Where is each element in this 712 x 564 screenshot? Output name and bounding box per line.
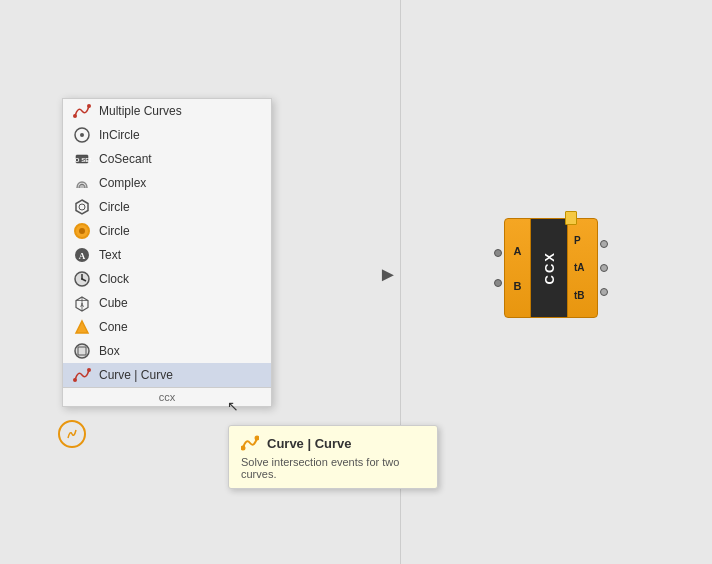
cone-icon: [73, 318, 91, 336]
node-input-panel: A B: [505, 219, 531, 317]
menu-item-curve-curve[interactable]: Curve | Curve: [63, 363, 271, 387]
svg-text:A: A: [79, 251, 86, 261]
menu-item-circle-orange[interactable]: Circle: [63, 219, 271, 243]
clock-icon: [73, 270, 91, 288]
menu-item-label: Cone: [99, 320, 128, 334]
tooltip-header: Curve | Curve: [241, 434, 425, 452]
menu-item-circle-hex[interactable]: Circle: [63, 195, 271, 219]
menu-item-label: Circle: [99, 200, 130, 214]
dropdown-menu: Multiple Curves InCircle CO SEC CoSecant: [62, 98, 272, 407]
menu-item-label: InCircle: [99, 128, 140, 142]
svg-text:A: A: [80, 302, 84, 308]
arrow-icon: ►: [378, 263, 398, 286]
cosecant-icon: CO SEC: [73, 150, 91, 168]
svg-point-21: [75, 344, 89, 358]
text-icon: A: [73, 246, 91, 264]
circle-orange-icon: [73, 222, 91, 240]
menu-item-incircle[interactable]: InCircle: [63, 123, 271, 147]
tooltip-title: Curve | Curve: [267, 436, 352, 451]
ccx-circle-icon: [65, 427, 79, 441]
svg-marker-6: [76, 200, 88, 214]
menu-item-box[interactable]: Box: [63, 339, 271, 363]
input-connector-a: [494, 249, 502, 257]
box-icon: [73, 342, 91, 360]
output-connector-p: [600, 240, 608, 248]
incircle-icon: [73, 126, 91, 144]
output-connectors: [598, 218, 610, 318]
svg-point-0: [73, 114, 77, 118]
menu-item-label: Curve | Curve: [99, 368, 173, 382]
menu-item-cosecant[interactable]: CO SEC CoSecant: [63, 147, 271, 171]
svg-point-26: [255, 436, 260, 441]
svg-point-1: [87, 104, 91, 108]
complex-icon: [73, 174, 91, 192]
menu-item-label: Cube: [99, 296, 128, 310]
menu-item-label: Clock: [99, 272, 129, 286]
svg-marker-20: [76, 321, 88, 333]
menu-item-cone[interactable]: Cone: [63, 315, 271, 339]
menu-item-multiple-curves[interactable]: Multiple Curves: [63, 99, 271, 123]
input-connector-b: [494, 279, 502, 287]
input-label-a: A: [514, 245, 522, 257]
menu-item-cube[interactable]: A Cube: [63, 291, 271, 315]
input-connectors: [492, 218, 504, 318]
menu-item-label: Box: [99, 344, 120, 358]
menu-item-clock[interactable]: Clock: [63, 267, 271, 291]
canvas: ► Multiple Curves InCircle: [0, 0, 712, 564]
svg-point-9: [79, 228, 85, 234]
svg-point-7: [79, 204, 85, 210]
curve-curve-icon: [73, 366, 91, 384]
output-connector-tb: [600, 288, 608, 296]
menu-footer-label: ccx: [63, 387, 271, 406]
menu-item-text[interactable]: A Text: [63, 243, 271, 267]
svg-point-24: [87, 368, 91, 372]
menu-item-label: Circle: [99, 224, 130, 238]
tooltip: Curve | Curve Solve intersection events …: [228, 425, 438, 489]
tooltip-description: Solve intersection events for two curves…: [241, 456, 425, 480]
menu-item-complex[interactable]: Complex: [63, 171, 271, 195]
ccx-circle-indicator: [58, 420, 86, 448]
svg-point-3: [80, 133, 84, 137]
svg-point-25: [241, 446, 246, 451]
node-title: CCX: [542, 251, 557, 284]
svg-point-23: [73, 378, 77, 382]
node-tag: [565, 211, 577, 225]
output-label-ta: tA: [574, 262, 585, 273]
output-connector-ta: [600, 264, 608, 272]
menu-item-label: Text: [99, 248, 121, 262]
circle-hex-icon: [73, 198, 91, 216]
tooltip-icon: [241, 434, 259, 452]
svg-text:CO SEC: CO SEC: [73, 157, 91, 163]
cube-icon: A: [73, 294, 91, 312]
input-label-b: B: [514, 280, 522, 292]
node-wrapper: A B CCX P tA tB: [492, 218, 610, 318]
node-body[interactable]: A B CCX P tA tB: [504, 218, 598, 318]
menu-item-label: Complex: [99, 176, 146, 190]
svg-point-15: [81, 278, 83, 280]
menu-item-label: Multiple Curves: [99, 104, 182, 118]
node-center-panel: CCX: [531, 219, 567, 317]
curve-multi-icon: [73, 102, 91, 120]
menu-item-label: CoSecant: [99, 152, 152, 166]
output-label-p: P: [574, 235, 581, 246]
output-label-tb: tB: [574, 290, 585, 301]
node-output-panel: P tA tB: [567, 219, 597, 317]
